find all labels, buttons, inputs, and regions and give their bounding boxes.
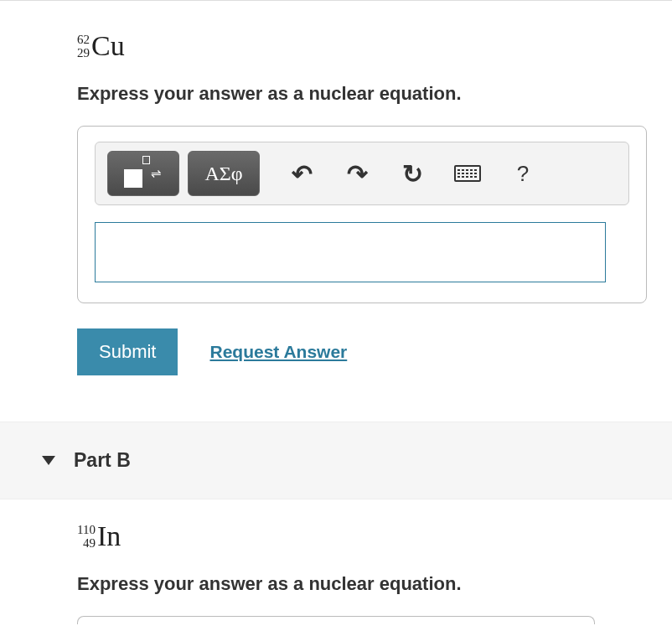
answer-box-partial <box>77 616 595 624</box>
atomic-number: 29 <box>77 46 90 60</box>
answer-input[interactable] <box>95 222 606 282</box>
element-symbol: Cu <box>91 30 125 62</box>
action-row: Submit Request Answer <box>77 328 647 375</box>
greek-letters-button[interactable]: ΑΣφ <box>188 151 260 196</box>
mass-number: 62 <box>77 33 90 47</box>
isotope-part-b: 110 49 In <box>77 520 647 552</box>
instruction-text: Express your answer as a nuclear equatio… <box>77 573 647 595</box>
divider <box>0 0 672 1</box>
redo-button[interactable]: ↷ <box>333 151 380 196</box>
redo-icon: ↷ <box>347 159 368 189</box>
part-b-header[interactable]: Part B <box>0 422 672 499</box>
template-icon: ⇌ <box>124 159 163 188</box>
request-answer-link[interactable]: Request Answer <box>209 342 347 362</box>
element-symbol: In <box>97 520 121 552</box>
part-b-title: Part B <box>74 449 131 472</box>
help-button[interactable]: ? <box>499 151 546 196</box>
instruction-text: Express your answer as a nuclear equatio… <box>77 83 647 105</box>
submit-button[interactable]: Submit <box>77 328 178 375</box>
reset-button[interactable]: ↻ <box>389 151 436 196</box>
greek-icon: ΑΣφ <box>204 163 242 185</box>
reset-icon: ↻ <box>402 159 423 189</box>
undo-icon: ↶ <box>292 159 313 189</box>
template-button[interactable]: ⇌ <box>107 151 179 196</box>
atomic-number: 49 <box>83 536 96 551</box>
undo-button[interactable]: ↶ <box>278 151 325 196</box>
isotope-part-a: 62 29 Cu <box>77 30 647 62</box>
mass-number: 110 <box>77 523 96 537</box>
chevron-down-icon <box>42 456 55 465</box>
keyboard-button[interactable] <box>444 151 491 196</box>
answer-box: ⇌ ΑΣφ ↶ ↷ ↻ <box>77 126 647 303</box>
equation-toolbar: ⇌ ΑΣφ ↶ ↷ ↻ <box>95 142 629 205</box>
help-icon: ? <box>517 161 529 187</box>
keyboard-icon <box>454 165 481 182</box>
